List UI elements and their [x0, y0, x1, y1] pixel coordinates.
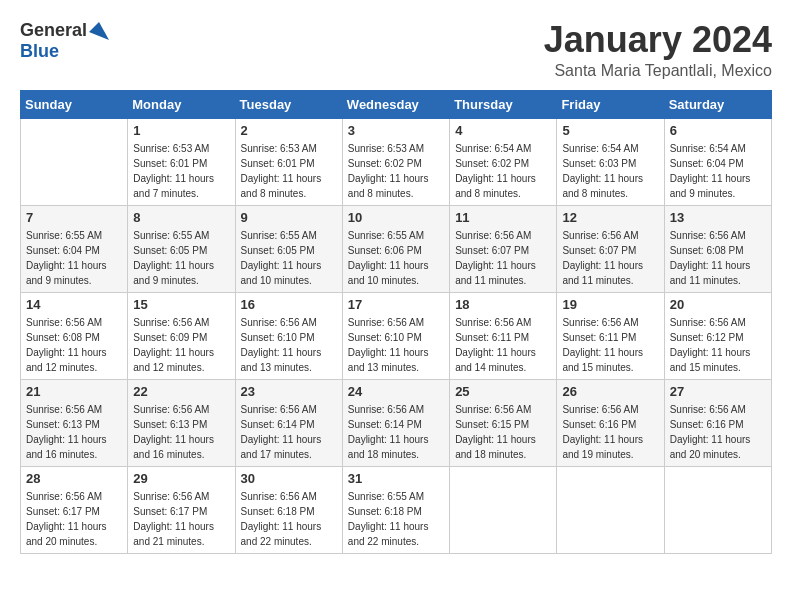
day-info: Sunrise: 6:56 AMSunset: 6:17 PMDaylight:… [26, 489, 122, 549]
day-number: 1 [133, 123, 229, 138]
calendar-cell: 26Sunrise: 6:56 AMSunset: 6:16 PMDayligh… [557, 379, 664, 466]
day-info: Sunrise: 6:56 AMSunset: 6:16 PMDaylight:… [670, 402, 766, 462]
day-info: Sunrise: 6:56 AMSunset: 6:07 PMDaylight:… [562, 228, 658, 288]
calendar-cell: 31Sunrise: 6:55 AMSunset: 6:18 PMDayligh… [342, 466, 449, 553]
calendar-cell: 24Sunrise: 6:56 AMSunset: 6:14 PMDayligh… [342, 379, 449, 466]
month-title: January 2024 [544, 20, 772, 60]
day-info: Sunrise: 6:56 AMSunset: 6:18 PMDaylight:… [241, 489, 337, 549]
location-text: Santa Maria Tepantlali, Mexico [544, 62, 772, 80]
day-number: 8 [133, 210, 229, 225]
day-number: 18 [455, 297, 551, 312]
day-number: 24 [348, 384, 444, 399]
day-info: Sunrise: 6:55 AMSunset: 6:05 PMDaylight:… [133, 228, 229, 288]
calendar-cell: 13Sunrise: 6:56 AMSunset: 6:08 PMDayligh… [664, 205, 771, 292]
calendar-cell: 18Sunrise: 6:56 AMSunset: 6:11 PMDayligh… [450, 292, 557, 379]
day-info: Sunrise: 6:56 AMSunset: 6:15 PMDaylight:… [455, 402, 551, 462]
day-number: 2 [241, 123, 337, 138]
calendar-cell: 21Sunrise: 6:56 AMSunset: 6:13 PMDayligh… [21, 379, 128, 466]
calendar-cell [557, 466, 664, 553]
day-info: Sunrise: 6:55 AMSunset: 6:05 PMDaylight:… [241, 228, 337, 288]
calendar-week-5: 28Sunrise: 6:56 AMSunset: 6:17 PMDayligh… [21, 466, 772, 553]
day-number: 6 [670, 123, 766, 138]
day-info: Sunrise: 6:55 AMSunset: 6:04 PMDaylight:… [26, 228, 122, 288]
day-number: 3 [348, 123, 444, 138]
day-info: Sunrise: 6:56 AMSunset: 6:09 PMDaylight:… [133, 315, 229, 375]
calendar-cell: 2Sunrise: 6:53 AMSunset: 6:01 PMDaylight… [235, 118, 342, 205]
calendar-cell: 12Sunrise: 6:56 AMSunset: 6:07 PMDayligh… [557, 205, 664, 292]
day-number: 30 [241, 471, 337, 486]
day-info: Sunrise: 6:56 AMSunset: 6:08 PMDaylight:… [670, 228, 766, 288]
calendar-cell [450, 466, 557, 553]
calendar-cell: 19Sunrise: 6:56 AMSunset: 6:11 PMDayligh… [557, 292, 664, 379]
logo-bird-icon [89, 22, 109, 40]
day-info: Sunrise: 6:56 AMSunset: 6:10 PMDaylight:… [348, 315, 444, 375]
logo: General Blue [20, 20, 109, 62]
calendar-cell: 30Sunrise: 6:56 AMSunset: 6:18 PMDayligh… [235, 466, 342, 553]
day-number: 15 [133, 297, 229, 312]
calendar-week-1: 1Sunrise: 6:53 AMSunset: 6:01 PMDaylight… [21, 118, 772, 205]
svg-marker-0 [89, 22, 109, 40]
calendar-header-row: SundayMondayTuesdayWednesdayThursdayFrid… [21, 90, 772, 118]
day-info: Sunrise: 6:54 AMSunset: 6:02 PMDaylight:… [455, 141, 551, 201]
calendar-week-4: 21Sunrise: 6:56 AMSunset: 6:13 PMDayligh… [21, 379, 772, 466]
calendar-cell: 9Sunrise: 6:55 AMSunset: 6:05 PMDaylight… [235, 205, 342, 292]
day-number: 29 [133, 471, 229, 486]
day-info: Sunrise: 6:53 AMSunset: 6:02 PMDaylight:… [348, 141, 444, 201]
day-info: Sunrise: 6:54 AMSunset: 6:04 PMDaylight:… [670, 141, 766, 201]
day-info: Sunrise: 6:56 AMSunset: 6:14 PMDaylight:… [241, 402, 337, 462]
day-info: Sunrise: 6:55 AMSunset: 6:06 PMDaylight:… [348, 228, 444, 288]
day-number: 31 [348, 471, 444, 486]
day-info: Sunrise: 6:56 AMSunset: 6:11 PMDaylight:… [562, 315, 658, 375]
calendar-table: SundayMondayTuesdayWednesdayThursdayFrid… [20, 90, 772, 554]
day-number: 13 [670, 210, 766, 225]
calendar-cell: 10Sunrise: 6:55 AMSunset: 6:06 PMDayligh… [342, 205, 449, 292]
day-header-friday: Friday [557, 90, 664, 118]
calendar-cell: 17Sunrise: 6:56 AMSunset: 6:10 PMDayligh… [342, 292, 449, 379]
day-header-wednesday: Wednesday [342, 90, 449, 118]
day-info: Sunrise: 6:55 AMSunset: 6:18 PMDaylight:… [348, 489, 444, 549]
day-number: 19 [562, 297, 658, 312]
calendar-cell: 8Sunrise: 6:55 AMSunset: 6:05 PMDaylight… [128, 205, 235, 292]
day-number: 16 [241, 297, 337, 312]
day-info: Sunrise: 6:56 AMSunset: 6:17 PMDaylight:… [133, 489, 229, 549]
day-number: 9 [241, 210, 337, 225]
day-number: 12 [562, 210, 658, 225]
day-number: 22 [133, 384, 229, 399]
day-info: Sunrise: 6:56 AMSunset: 6:16 PMDaylight:… [562, 402, 658, 462]
day-header-saturday: Saturday [664, 90, 771, 118]
day-number: 17 [348, 297, 444, 312]
day-number: 26 [562, 384, 658, 399]
day-info: Sunrise: 6:56 AMSunset: 6:11 PMDaylight:… [455, 315, 551, 375]
day-number: 20 [670, 297, 766, 312]
calendar-week-2: 7Sunrise: 6:55 AMSunset: 6:04 PMDaylight… [21, 205, 772, 292]
day-info: Sunrise: 6:53 AMSunset: 6:01 PMDaylight:… [241, 141, 337, 201]
day-number: 14 [26, 297, 122, 312]
day-info: Sunrise: 6:56 AMSunset: 6:12 PMDaylight:… [670, 315, 766, 375]
day-info: Sunrise: 6:53 AMSunset: 6:01 PMDaylight:… [133, 141, 229, 201]
calendar-cell: 25Sunrise: 6:56 AMSunset: 6:15 PMDayligh… [450, 379, 557, 466]
day-info: Sunrise: 6:56 AMSunset: 6:10 PMDaylight:… [241, 315, 337, 375]
calendar-cell: 6Sunrise: 6:54 AMSunset: 6:04 PMDaylight… [664, 118, 771, 205]
calendar-cell: 22Sunrise: 6:56 AMSunset: 6:13 PMDayligh… [128, 379, 235, 466]
day-number: 25 [455, 384, 551, 399]
calendar-cell: 11Sunrise: 6:56 AMSunset: 6:07 PMDayligh… [450, 205, 557, 292]
day-number: 10 [348, 210, 444, 225]
calendar-cell: 15Sunrise: 6:56 AMSunset: 6:09 PMDayligh… [128, 292, 235, 379]
calendar-cell: 1Sunrise: 6:53 AMSunset: 6:01 PMDaylight… [128, 118, 235, 205]
day-number: 5 [562, 123, 658, 138]
day-info: Sunrise: 6:56 AMSunset: 6:13 PMDaylight:… [133, 402, 229, 462]
calendar-cell: 5Sunrise: 6:54 AMSunset: 6:03 PMDaylight… [557, 118, 664, 205]
calendar-cell: 20Sunrise: 6:56 AMSunset: 6:12 PMDayligh… [664, 292, 771, 379]
day-header-tuesday: Tuesday [235, 90, 342, 118]
day-number: 28 [26, 471, 122, 486]
logo-blue-text: Blue [20, 41, 59, 62]
calendar-cell: 14Sunrise: 6:56 AMSunset: 6:08 PMDayligh… [21, 292, 128, 379]
calendar-cell: 29Sunrise: 6:56 AMSunset: 6:17 PMDayligh… [128, 466, 235, 553]
day-header-thursday: Thursday [450, 90, 557, 118]
day-number: 27 [670, 384, 766, 399]
day-number: 21 [26, 384, 122, 399]
day-info: Sunrise: 6:56 AMSunset: 6:14 PMDaylight:… [348, 402, 444, 462]
day-number: 7 [26, 210, 122, 225]
day-info: Sunrise: 6:54 AMSunset: 6:03 PMDaylight:… [562, 141, 658, 201]
calendar-cell: 23Sunrise: 6:56 AMSunset: 6:14 PMDayligh… [235, 379, 342, 466]
